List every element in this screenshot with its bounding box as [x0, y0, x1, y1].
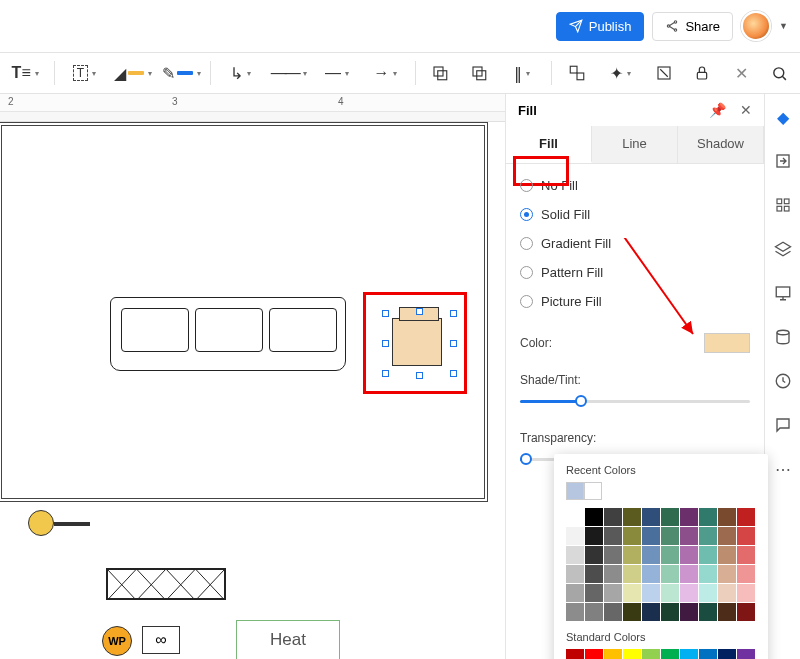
color-cell[interactable] [661, 584, 679, 602]
tools-menu[interactable]: ✕ [725, 59, 758, 87]
color-cell[interactable] [642, 603, 660, 621]
rail-history-icon[interactable] [772, 370, 794, 392]
color-cell[interactable] [623, 584, 641, 602]
color-cell[interactable] [642, 546, 660, 564]
color-cell[interactable] [566, 603, 584, 621]
color-cell[interactable] [585, 565, 603, 583]
color-cell[interactable] [585, 603, 603, 621]
radio-solid-fill[interactable]: Solid Fill [520, 207, 750, 222]
resize-handle-e[interactable] [450, 340, 457, 347]
tab-shadow[interactable]: Shadow [678, 126, 764, 163]
rail-present-icon[interactable] [772, 282, 794, 304]
text-style-dropdown[interactable]: T≡▾ [4, 59, 46, 87]
color-cell[interactable] [661, 527, 679, 545]
resize-handle-nw[interactable] [382, 310, 389, 317]
arrow-end-tool[interactable]: →▾ [364, 59, 406, 87]
recent-color-cell[interactable] [584, 482, 602, 500]
color-cell[interactable] [623, 527, 641, 545]
resize-handle-se[interactable] [450, 370, 457, 377]
color-cell[interactable] [566, 508, 584, 526]
search-tool[interactable] [763, 59, 796, 87]
infinity-shape[interactable]: ∞ [142, 626, 180, 654]
color-cell[interactable] [661, 565, 679, 583]
color-cell[interactable] [566, 565, 584, 583]
color-cell[interactable] [585, 527, 603, 545]
color-cell[interactable] [642, 565, 660, 583]
color-cell[interactable] [642, 508, 660, 526]
standard-color-cell[interactable] [737, 649, 755, 659]
close-icon[interactable]: ✕ [740, 102, 752, 118]
resize-handle-n[interactable] [416, 308, 423, 315]
resize-handle-w[interactable] [382, 340, 389, 347]
color-cell[interactable] [737, 546, 755, 564]
standard-color-cell[interactable] [566, 649, 584, 659]
rail-data-icon[interactable] [772, 326, 794, 348]
standard-color-cell[interactable] [642, 649, 660, 659]
color-cell[interactable] [604, 508, 622, 526]
color-cell[interactable] [623, 603, 641, 621]
color-cell[interactable] [680, 527, 698, 545]
rail-export-icon[interactable] [772, 150, 794, 172]
color-cell[interactable] [585, 546, 603, 564]
color-cell[interactable] [680, 565, 698, 583]
color-cell[interactable] [737, 565, 755, 583]
arrow-start-tool[interactable]: ―▾ [316, 59, 358, 87]
selected-chair-shape[interactable] [392, 318, 442, 366]
color-cell[interactable] [661, 508, 679, 526]
color-cell[interactable] [737, 584, 755, 602]
radio-gradient-fill[interactable]: Gradient Fill [520, 236, 750, 251]
standard-color-cell[interactable] [680, 649, 698, 659]
color-cell[interactable] [623, 565, 641, 583]
color-cell[interactable] [680, 546, 698, 564]
color-cell[interactable] [699, 603, 717, 621]
color-cell[interactable] [718, 565, 736, 583]
text-tool[interactable]: T▾ [63, 59, 105, 87]
standard-color-cell[interactable] [623, 649, 641, 659]
color-swatch-button[interactable] [704, 333, 750, 353]
tab-line[interactable]: Line [592, 126, 678, 163]
canvas-area[interactable]: WP ∞ Heat [0, 112, 505, 659]
color-cell[interactable] [585, 584, 603, 602]
shade-slider[interactable] [520, 389, 750, 413]
lock-tool[interactable] [686, 59, 719, 87]
standard-color-cell[interactable] [661, 649, 679, 659]
color-cell[interactable] [737, 603, 755, 621]
color-cell[interactable] [642, 527, 660, 545]
avatar[interactable] [741, 11, 771, 41]
color-cell[interactable] [661, 603, 679, 621]
color-cell[interactable] [604, 565, 622, 583]
group-tool[interactable] [560, 59, 593, 87]
lamp-shape[interactable] [28, 510, 54, 536]
resize-handle-ne[interactable] [450, 310, 457, 317]
pin-icon[interactable]: 📌 [709, 102, 726, 118]
color-cell[interactable] [604, 546, 622, 564]
recent-color-cell[interactable] [566, 482, 584, 500]
rail-comments-icon[interactable] [772, 414, 794, 436]
color-cell[interactable] [604, 584, 622, 602]
radio-picture-fill[interactable]: Picture Fill [520, 294, 750, 309]
line-color-tool[interactable]: ✎ ▾ [160, 59, 202, 87]
color-cell[interactable] [737, 508, 755, 526]
standard-color-cell[interactable] [604, 649, 622, 659]
standard-color-cell[interactable] [718, 649, 736, 659]
color-cell[interactable] [737, 527, 755, 545]
color-cell[interactable] [699, 584, 717, 602]
crop-tool[interactable] [647, 59, 680, 87]
color-cell[interactable] [699, 565, 717, 583]
color-cell[interactable] [566, 584, 584, 602]
rail-layers-icon[interactable] [772, 238, 794, 260]
color-cell[interactable] [566, 527, 584, 545]
radio-no-fill[interactable]: No Fill [520, 178, 750, 193]
standard-color-cell[interactable] [699, 649, 717, 659]
rail-grid-icon[interactable] [772, 194, 794, 216]
color-cell[interactable] [604, 603, 622, 621]
avatar-menu-caret[interactable]: ▼ [779, 21, 788, 31]
color-cell[interactable] [718, 527, 736, 545]
rail-fill-icon[interactable]: ◆ [772, 106, 794, 128]
color-cell[interactable] [566, 546, 584, 564]
color-cell[interactable] [680, 508, 698, 526]
fill-color-tool[interactable]: ◢ ▾ [112, 59, 154, 87]
color-cell[interactable] [642, 584, 660, 602]
vent-shape[interactable] [106, 568, 226, 600]
standard-color-cell[interactable] [585, 649, 603, 659]
